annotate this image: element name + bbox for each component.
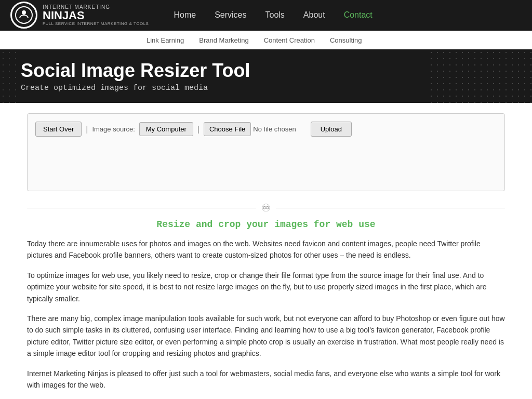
logo-icon [10, 2, 37, 29]
divider-top: ♾ [27, 202, 505, 214]
separator-2: | [197, 125, 200, 134]
my-computer-button[interactable]: My Computer [139, 122, 193, 136]
hero-dots-decoration [428, 49, 532, 103]
divider-line-right [276, 208, 505, 208]
subnav-content-creation[interactable]: Content Creation [258, 36, 321, 44]
separator-1: | [86, 125, 88, 134]
tool-container: Start Over | Image source: My Computer |… [17, 113, 515, 191]
content-section: ♾ Resize and crop your images for web us… [17, 202, 515, 399]
main-nav: Home Services Tools About Contact [164, 0, 381, 31]
file-input-wrapper: Choose File No file chosen [204, 122, 296, 136]
svg-point-1 [22, 10, 26, 15]
logo-tagline: FULL SERVICE INTERNET MARKETING & TOOLS [43, 21, 149, 26]
spiral-icon: ♾ [261, 202, 271, 214]
image-source-label: Image source: [92, 125, 135, 133]
sub-navigation: Link Earning Brand Marketing Content Cre… [0, 31, 532, 49]
nav-contact[interactable]: Contact [335, 0, 382, 31]
section-title: Resize and crop your images for web use [27, 219, 505, 230]
content-paragraph-2: To optimize images for web use, you like… [27, 270, 505, 304]
nav-tools[interactable]: Tools [256, 0, 294, 31]
logo-name: NINJAS [43, 10, 149, 21]
logo-area: INTERNET MARKETING NINJAS FULL SERVICE I… [10, 2, 149, 29]
content-paragraph-1: Today there are innumerable uses for pho… [27, 238, 505, 261]
divider-line-left [27, 208, 256, 208]
top-navigation: INTERNET MARKETING NINJAS FULL SERVICE I… [0, 0, 532, 31]
nav-home[interactable]: Home [164, 0, 205, 31]
upload-button[interactable]: Upload [311, 122, 352, 137]
hero-dots-left-decoration [0, 49, 21, 103]
nav-services[interactable]: Services [205, 0, 256, 31]
tool-controls: Start Over | Image source: My Computer |… [35, 122, 497, 137]
subnav-consulting[interactable]: Consulting [324, 36, 368, 44]
logo-text: INTERNET MARKETING NINJAS FULL SERVICE I… [43, 4, 149, 26]
subnav-brand-marketing[interactable]: Brand Marketing [193, 36, 255, 44]
subnav-link-earning[interactable]: Link Earning [140, 36, 190, 44]
start-over-button[interactable]: Start Over [35, 122, 82, 137]
content-paragraph-4: Internet Marketing Ninjas is pleased to … [27, 368, 505, 391]
tool-box: Start Over | Image source: My Computer |… [27, 113, 505, 191]
content-paragraph-3: There are many big, complex image manipu… [27, 313, 505, 360]
hero-section: Social Image Resizer Tool Create optimiz… [0, 49, 532, 103]
choose-file-button[interactable]: Choose File [204, 122, 251, 136]
no-file-label: No file chosen [253, 125, 296, 133]
nav-about[interactable]: About [294, 0, 335, 31]
